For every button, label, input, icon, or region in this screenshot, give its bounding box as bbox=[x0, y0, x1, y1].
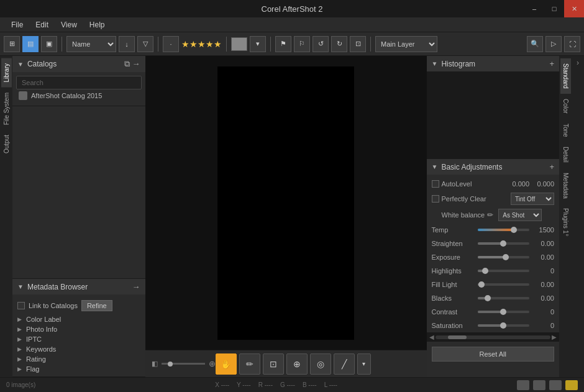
reset-all-button[interactable]: Reset All bbox=[432, 347, 555, 362]
temp-slider[interactable] bbox=[478, 229, 530, 231]
perfectly-clear-select[interactable]: Tint Off Tint On bbox=[511, 193, 554, 205]
rotate-cw-button[interactable]: ↻ bbox=[331, 36, 347, 52]
sort-select[interactable]: Name Date Rating bbox=[66, 36, 116, 52]
rating-stars[interactable]: ★★★★★ bbox=[181, 39, 222, 49]
warning-icon[interactable] bbox=[565, 380, 578, 390]
tab-detail[interactable]: Detail bbox=[560, 142, 571, 168]
menu-view[interactable]: View bbox=[55, 19, 83, 30]
toolbar-sep-5 bbox=[370, 37, 371, 52]
export-button[interactable]: ⊡ bbox=[350, 36, 366, 52]
spot-tool-button[interactable]: ◎ bbox=[310, 353, 331, 375]
adj-expand-icon[interactable]: + bbox=[549, 162, 554, 171]
metadata-browser-header[interactable]: ▼ Metadata Browser → bbox=[12, 279, 145, 294]
zoom-slider[interactable] bbox=[162, 363, 205, 365]
tree-arrow: ▶ bbox=[17, 346, 24, 352]
center-panel: ◧ ⊕ ✋ ✏ ⊡ ⊕ ◎ ╱ ▾ bbox=[145, 56, 427, 377]
temp-value: 1500 bbox=[532, 226, 554, 234]
exposure-slider[interactable] bbox=[478, 256, 530, 258]
play-button[interactable]: ▷ bbox=[545, 36, 562, 52]
metadata-add-icon[interactable]: → bbox=[132, 282, 140, 291]
menu-edit[interactable]: Edit bbox=[29, 19, 55, 30]
minimize-button[interactable]: – bbox=[524, 0, 544, 17]
maximize-button[interactable]: □ bbox=[544, 0, 564, 17]
catalogs-header[interactable]: ▼ Catalogs ⧉ → bbox=[12, 56, 145, 72]
scroll-left-icon[interactable]: ◀ bbox=[428, 334, 436, 340]
zoom-out-icon[interactable]: ◧ bbox=[152, 360, 158, 368]
highlights-slider[interactable] bbox=[478, 270, 530, 272]
link-checkbox[interactable] bbox=[17, 302, 25, 309]
app-title: Corel AfterShot 2 bbox=[262, 4, 323, 14]
status-coords: X ---- Y ---- R ---- G ---- B ---- L ---… bbox=[215, 381, 337, 388]
line-tool-button[interactable]: ╱ bbox=[334, 353, 355, 375]
catalogs-section: ▼ Catalogs ⧉ → AfterShot Catalog 2015 bbox=[12, 56, 145, 106]
search-button[interactable]: 🔍 bbox=[527, 36, 543, 52]
tab-standard[interactable]: Standard bbox=[560, 58, 571, 94]
catalogs-add-icon[interactable]: → bbox=[132, 59, 140, 69]
rotate-ccw-button[interactable]: ↺ bbox=[313, 36, 329, 52]
saturation-slider[interactable] bbox=[478, 324, 530, 327]
filmstrip-view-button[interactable]: ▤ bbox=[22, 36, 39, 52]
catalogs-copy-icon[interactable]: ⧉ bbox=[124, 59, 130, 69]
tree-item-flag[interactable]: ▶ Flag bbox=[12, 364, 145, 374]
perfectly-clear-label: Perfectly Clear bbox=[442, 195, 486, 203]
stamp-tool-button[interactable]: ⊕ bbox=[286, 353, 308, 375]
basic-adj-header[interactable]: ▼ Basic Adjustments + bbox=[427, 159, 560, 175]
status-icon-2[interactable] bbox=[533, 380, 545, 390]
unrated-button[interactable]: · bbox=[163, 36, 179, 52]
contrast-slider[interactable] bbox=[478, 311, 530, 313]
menu-file[interactable]: File bbox=[5, 19, 29, 30]
color-picker-icon[interactable]: ✏ bbox=[487, 211, 493, 219]
tree-item-keywords[interactable]: ▶ Keywords bbox=[12, 344, 145, 354]
tab-color[interactable]: Color bbox=[560, 94, 571, 119]
flag-button[interactable]: ⚑ bbox=[275, 36, 291, 52]
toolbar-sep-1 bbox=[62, 37, 62, 52]
tree-arrow: ▶ bbox=[17, 356, 24, 362]
color-dropdown-button[interactable]: ▾ bbox=[250, 36, 266, 52]
tab-metadata[interactable]: Metadata bbox=[560, 168, 571, 204]
right-nav-arrow[interactable]: › bbox=[572, 56, 584, 377]
white-balance-select[interactable]: As Shot Auto Daylight Cloudy bbox=[498, 209, 542, 221]
tab-plugins[interactable]: Plugins 1° bbox=[560, 203, 571, 241]
hand-tool-button[interactable]: ✋ bbox=[216, 353, 237, 375]
horizontal-scrollbar[interactable] bbox=[436, 335, 551, 339]
refine-button[interactable]: Refine bbox=[81, 300, 112, 311]
toolbar: ⊞ ▤ ▣ Name Date Rating ↓ ▽ · ★★★★★ ▾ ⚑ ⚐… bbox=[0, 32, 584, 56]
zoom-in-icon[interactable]: ⊕ bbox=[209, 359, 216, 368]
autolevel-label: AutoLevel bbox=[442, 180, 485, 188]
single-view-button[interactable]: ▣ bbox=[41, 36, 57, 52]
tab-tone[interactable]: Tone bbox=[560, 119, 571, 142]
vtab-filesystem[interactable]: File System bbox=[1, 88, 12, 130]
fullscreen-button[interactable]: ⛶ bbox=[564, 36, 580, 52]
color-label-swatch[interactable] bbox=[231, 37, 247, 51]
tree-item-color-label[interactable]: ▶ Color Label bbox=[12, 314, 145, 324]
catalogs-title: Catalogs bbox=[27, 60, 57, 68]
vtab-library[interactable]: Library bbox=[1, 58, 12, 88]
scroll-thumb bbox=[448, 335, 467, 339]
filter-button[interactable]: ▽ bbox=[137, 36, 153, 52]
blacks-slider[interactable] bbox=[478, 297, 530, 299]
sort-direction-button[interactable]: ↓ bbox=[119, 36, 135, 52]
reject-button[interactable]: ⚐ bbox=[294, 36, 310, 52]
autolevel-checkbox[interactable] bbox=[432, 180, 439, 188]
tool-dropdown-button[interactable]: ▾ bbox=[357, 353, 371, 375]
grid-view-button[interactable]: ⊞ bbox=[4, 36, 20, 52]
vtab-output[interactable]: Output bbox=[1, 130, 12, 158]
menu-help[interactable]: Help bbox=[83, 19, 111, 30]
straighten-slider[interactable] bbox=[478, 242, 530, 245]
close-button[interactable]: ✕ bbox=[564, 0, 584, 17]
perfectly-clear-checkbox[interactable] bbox=[432, 195, 439, 203]
status-icon-3[interactable] bbox=[549, 380, 562, 390]
pen-tool-button[interactable]: ✏ bbox=[239, 353, 260, 375]
search-input[interactable] bbox=[16, 76, 142, 89]
status-icon-1[interactable] bbox=[517, 380, 529, 390]
tree-item-iptc[interactable]: ▶ IPTC bbox=[12, 334, 145, 344]
tree-item-photo-info[interactable]: ▶ Photo Info bbox=[12, 324, 145, 334]
crop-tool-button[interactable]: ⊡ bbox=[263, 353, 284, 375]
catalog-item[interactable]: AfterShot Catalog 2015 bbox=[16, 89, 142, 102]
histogram-expand-icon[interactable]: + bbox=[549, 59, 554, 68]
fill-light-slider[interactable] bbox=[478, 283, 530, 286]
histogram-header[interactable]: ▼ Histogram + bbox=[427, 56, 560, 71]
layer-select[interactable]: Main Layer bbox=[375, 36, 437, 52]
tree-item-rating[interactable]: ▶ Rating bbox=[12, 354, 145, 364]
scroll-right-icon[interactable]: ▶ bbox=[550, 334, 558, 340]
